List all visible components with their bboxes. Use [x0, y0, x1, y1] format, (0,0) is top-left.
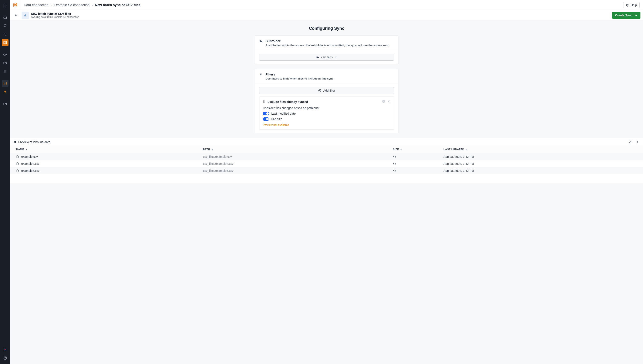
subfolder-select[interactable]: csv_files ▼ [259, 54, 394, 60]
remove-filter-button[interactable] [388, 100, 390, 104]
exclude-consider-text: Consider files changed based on path and… [263, 106, 390, 110]
col-header-updated[interactable]: LAST UPDATED⇅ [440, 146, 643, 153]
svg-point-1 [4, 70, 4, 71]
file-path: csv_files/example2.csv [200, 160, 390, 167]
preview-warning: Preview not available [263, 123, 390, 126]
toggle-last-modified-label: Last modified date [271, 112, 296, 115]
preview-panel: Preview of inbound data NAME▲ PATH⇅ SIZE… [10, 138, 643, 183]
nav-home-icon[interactable] [2, 14, 8, 20]
breadcrumb-item[interactable]: Data connection [24, 3, 48, 7]
app-logo-icon[interactable] [10, 0, 20, 10]
table-row[interactable]: example2.csv csv_files/example2.csv 4B A… [10, 160, 643, 167]
nav-history-icon[interactable] [2, 51, 8, 58]
page-header: New batch sync of CSV files Syncing data… [10, 10, 643, 20]
help-circle-icon[interactable]: ? [382, 100, 385, 104]
arrow-right-icon [634, 14, 638, 17]
nav-expand-icon[interactable] [2, 2, 8, 9]
nav-bell-icon[interactable] [2, 30, 8, 38]
toggle-file-size[interactable] [263, 117, 269, 121]
toggle-last-modified[interactable] [263, 112, 269, 115]
breadcrumb-item-current: New batch sync of CSV files [95, 3, 140, 7]
filter-icon [259, 72, 262, 80]
svg-point-3 [6, 70, 6, 71]
nav-open-folder-icon[interactable] [2, 100, 8, 107]
subfolder-value: csv_files [321, 56, 333, 59]
col-header-path[interactable]: PATH⇅ [200, 146, 390, 153]
svg-point-13 [14, 3, 17, 4]
svg-point-5 [5, 71, 6, 72]
plus-circle-icon [318, 89, 322, 92]
svg-point-19 [263, 101, 264, 102]
svg-point-17 [263, 100, 264, 101]
header-title: New batch sync of CSV files [31, 12, 79, 16]
download-icon [24, 14, 27, 17]
content-scroll[interactable]: Configuring Sync Subfolder A subfolder w… [10, 20, 643, 364]
breadcrumb-bar: Data connection › Example S3 connection … [10, 0, 643, 10]
table-row[interactable]: example.csv csv_files/example.csv 4B Aug… [10, 153, 643, 160]
nav-apps-icon[interactable] [2, 68, 8, 75]
svg-point-4 [4, 71, 4, 72]
file-updated: Aug 28, 2024, 9:42 PM [440, 167, 643, 174]
file-name: example.csv [21, 155, 38, 158]
filters-title: Filters [266, 72, 334, 76]
exclude-filter-title: Exclude files already synced [268, 100, 308, 104]
nav-datasource-icon[interactable] [2, 80, 8, 87]
svg-point-22 [264, 102, 265, 103]
nav-folder-icon[interactable] [2, 60, 8, 66]
nav-inbox-icon[interactable] [2, 39, 8, 46]
svg-point-0 [4, 24, 6, 26]
nav-bottom1-icon[interactable] [2, 346, 8, 353]
svg-point-7 [4, 72, 4, 73]
svg-point-8 [5, 72, 6, 73]
add-filter-label: Add filter [323, 89, 335, 92]
file-updated: Aug 28, 2024, 9:42 PM [440, 153, 643, 160]
caret-down-icon: ▼ [335, 56, 337, 58]
left-nav-rail [0, 0, 10, 364]
back-button[interactable] [13, 12, 20, 19]
breadcrumb-item[interactable]: Example S3 connection [54, 3, 90, 7]
help-circle-icon [626, 4, 630, 7]
file-size: 4B [390, 160, 440, 167]
collapse-button[interactable] [634, 139, 640, 145]
preview-table: NAME▲ PATH⇅ SIZE⇅ LAST UPDATED⇅ example.… [10, 146, 643, 174]
folder-icon [259, 39, 262, 47]
exclude-filter-card: Exclude files already synced ? Consider … [259, 96, 394, 130]
col-header-name[interactable]: NAME▲ [10, 146, 200, 153]
nav-funnel-icon[interactable] [2, 88, 8, 95]
col-header-size[interactable]: SIZE⇅ [390, 146, 440, 153]
file-icon [16, 155, 19, 158]
svg-point-10 [4, 82, 6, 83]
file-icon [16, 169, 19, 172]
nav-help-icon[interactable] [2, 355, 8, 362]
eye-icon [13, 140, 16, 144]
svg-point-2 [5, 70, 6, 71]
subfolder-desc: A subfolder within the source. If a subf… [266, 44, 389, 47]
folder-icon [316, 56, 319, 59]
svg-point-20 [264, 101, 265, 102]
help-button[interactable]: Help [623, 2, 640, 8]
chevron-right-icon: › [92, 3, 93, 7]
filters-card: Filters Use filters to limit which files… [255, 69, 398, 133]
sync-type-icon [22, 12, 29, 19]
breadcrumb: Data connection › Example S3 connection … [24, 3, 140, 7]
svg-point-6 [6, 71, 6, 72]
header-subtitle: Syncing data from Example S3 connection [31, 16, 79, 18]
header-titles: New batch sync of CSV files Syncing data… [31, 12, 79, 18]
page-title: Configuring Sync [10, 26, 643, 31]
file-name: example2.csv [21, 162, 40, 166]
svg-point-18 [264, 100, 265, 101]
drag-handle-icon[interactable] [263, 100, 265, 104]
add-filter-button[interactable]: Add filter [259, 87, 394, 94]
file-icon [16, 162, 19, 165]
filters-desc: Use filters to limit which files to incl… [266, 77, 334, 80]
svg-text:?: ? [383, 100, 384, 102]
file-size: 4B [390, 153, 440, 160]
file-size: 4B [390, 167, 440, 174]
subfolder-card: Subfolder A subfolder within the source.… [255, 36, 398, 64]
create-sync-button[interactable]: Create Sync [612, 12, 640, 19]
refresh-button[interactable] [627, 139, 633, 145]
file-updated: Aug 28, 2024, 9:42 PM [440, 160, 643, 167]
nav-search-icon[interactable] [2, 22, 8, 29]
preview-title: Preview of inbound data [18, 140, 50, 144]
table-row[interactable]: example3.csv csv_files/example3.csv 4B A… [10, 167, 643, 174]
